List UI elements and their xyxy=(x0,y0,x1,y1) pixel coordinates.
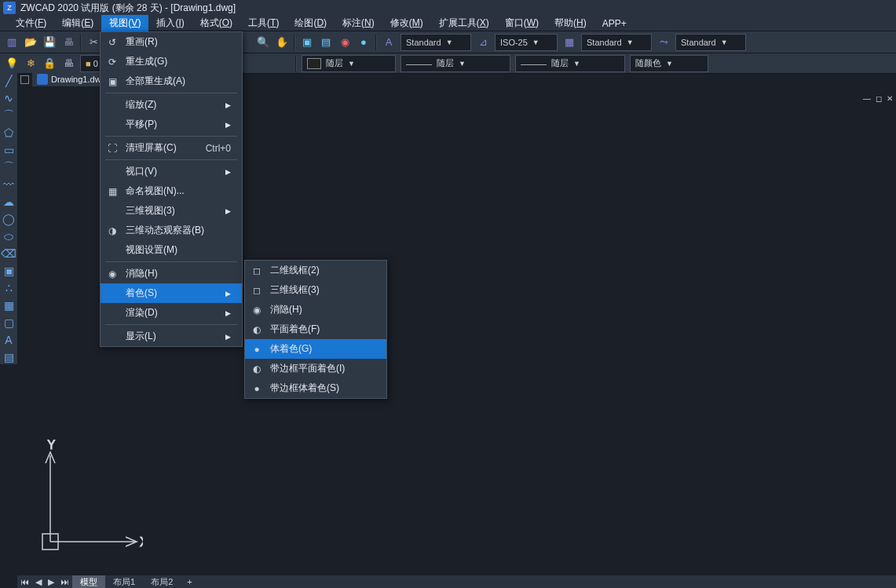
erase-icon[interactable]: ⌫ xyxy=(2,247,16,261)
layout-nav-last-icon[interactable]: ⏭ xyxy=(57,577,72,586)
view-menu-item[interactable]: ↺重画(R) xyxy=(101,32,242,52)
shade-menu-item[interactable]: ◐带边框平面着色(I) xyxy=(245,359,386,378)
tool-icon-2[interactable]: ▤ xyxy=(317,34,335,51)
mleaderstyle-icon[interactable]: ⤳ xyxy=(655,34,672,51)
menu-N[interactable]: 标注(N) xyxy=(335,15,382,31)
view-menu-item[interactable]: ⛶清理屏幕(C)Ctrl+0 xyxy=(101,138,242,158)
spline-icon[interactable]: 〰 xyxy=(2,177,16,192)
menu-E[interactable]: 编辑(E) xyxy=(54,15,101,31)
mdi-minimize-icon[interactable]: — xyxy=(863,94,871,103)
shade-menu-item[interactable]: ◻三维线框(3) xyxy=(245,280,386,300)
rectangle-icon[interactable]: ▭ xyxy=(2,143,16,157)
pan-icon[interactable]: ✋ xyxy=(273,34,291,51)
menu-X[interactable]: 扩展工具(X) xyxy=(431,15,497,31)
hatch-icon[interactable]: ▦ xyxy=(2,298,16,312)
open-icon[interactable]: 📂 xyxy=(22,34,39,51)
view-menu-item[interactable]: ▣全部重生成(A) xyxy=(101,71,242,91)
layout-tab-2[interactable]: 布局2 xyxy=(143,575,181,589)
linetype-combo[interactable]: ———随层▼ xyxy=(400,55,510,72)
document-tab[interactable]: Drawing1.dwg xyxy=(32,72,111,86)
textstyle-icon[interactable]: A xyxy=(380,34,397,51)
layout-nav-prev-icon[interactable]: ◀ xyxy=(32,577,45,587)
layout-tab-1[interactable]: 布局1 xyxy=(105,575,143,589)
view-menu-item[interactable]: 三维视图(3)▶ xyxy=(101,201,242,221)
menu-O[interactable]: 格式(O) xyxy=(192,15,240,31)
mdi-close-icon[interactable]: ✕ xyxy=(887,94,893,103)
mleader-style-combo[interactable]: Standard▼ xyxy=(675,34,746,51)
line-icon[interactable]: ╱ xyxy=(2,74,16,88)
arc-icon[interactable]: ⌒ xyxy=(2,108,16,122)
view-menu-item[interactable]: 视图设置(M) xyxy=(101,240,242,260)
table-style-combo[interactable]: Standard▼ xyxy=(581,34,652,51)
menu-APP+[interactable]: APP+ xyxy=(594,16,635,31)
text-icon[interactable]: A xyxy=(2,333,16,347)
layer-btn-1[interactable]: 💡 xyxy=(3,55,20,72)
polyline-icon[interactable]: ∿ xyxy=(2,91,16,105)
menu-item-label: 重画(R) xyxy=(126,35,231,49)
layer-btn-3[interactable]: 🔒 xyxy=(41,55,58,72)
menu-D[interactable]: 绘图(D) xyxy=(287,15,335,31)
menu-W[interactable]: 窗口(W) xyxy=(497,15,547,31)
save-icon[interactable]: 💾 xyxy=(41,34,58,51)
color-combo[interactable]: 随层▼ xyxy=(302,55,396,72)
view-menu-item[interactable]: 渲染(D)▶ xyxy=(101,303,242,323)
menu-M[interactable]: 修改(M) xyxy=(382,15,431,31)
view-menu-item[interactable]: 着色(S)▶ xyxy=(101,283,242,303)
table-icon[interactable]: ▤ xyxy=(2,350,16,364)
ellipse-icon[interactable]: ⬭ xyxy=(2,229,16,243)
menu-F[interactable]: 文件(F) xyxy=(8,15,54,31)
menu-item-icon: ● xyxy=(250,383,264,394)
tablestyle-icon[interactable]: ▦ xyxy=(561,34,578,51)
tool-icon-3[interactable]: ◉ xyxy=(336,34,353,51)
layout-nav-next-icon[interactable]: ▶ xyxy=(45,577,57,587)
circle-icon[interactable]: ◯ xyxy=(2,212,16,226)
doc-pin[interactable] xyxy=(20,75,29,84)
point-icon[interactable]: ∴ xyxy=(2,281,16,295)
text-style-combo[interactable]: Standard▼ xyxy=(400,34,471,51)
view-menu-item[interactable]: 缩放(Z)▶ xyxy=(101,95,242,115)
menu-T[interactable]: 工具(T) xyxy=(240,15,287,31)
shade-menu-item[interactable]: ◻二维线框(2) xyxy=(245,261,386,280)
shade-menu-item[interactable]: ●带边框体着色(S) xyxy=(245,378,386,398)
layer-btn-2[interactable]: ❄ xyxy=(22,55,39,72)
submenu-arrow-icon: ▶ xyxy=(225,207,231,215)
arc2-icon[interactable]: ⌒ xyxy=(2,160,16,174)
region-icon[interactable]: ▢ xyxy=(2,316,16,330)
menu-I[interactable]: 插入(I) xyxy=(148,15,192,31)
dimstyle-icon[interactable]: ⊿ xyxy=(474,34,492,51)
tool-icon-1[interactable]: ▣ xyxy=(298,34,316,51)
layout-tab-model[interactable]: 模型 xyxy=(72,575,105,589)
menu-item-label: 渲染(D) xyxy=(126,306,219,320)
menu-item-label: 带边框体着色(S) xyxy=(270,382,375,395)
view-menu-item[interactable]: ◉消隐(H) xyxy=(101,264,242,283)
print-icon[interactable]: 🖶 xyxy=(60,34,77,51)
shade-menu-item[interactable]: ◉消隐(H) xyxy=(245,300,386,320)
view-menu-item[interactable]: ⟳重生成(G) xyxy=(101,52,242,71)
new-icon[interactable]: ▥ xyxy=(3,34,20,51)
menu-item-label: 平移(P) xyxy=(126,118,219,131)
view-menu-item[interactable]: ◑三维动态观察器(B) xyxy=(101,221,242,240)
layout-nav-first-icon[interactable]: ⏮ xyxy=(17,577,32,586)
cloud-icon[interactable]: ☁ xyxy=(2,195,16,209)
shade-menu-item[interactable]: ◐平面着色(F) xyxy=(245,320,386,339)
plotstyle-combo[interactable]: 随颜色▼ xyxy=(630,55,708,72)
view-menu-item[interactable]: 视口(V)▶ xyxy=(101,162,242,181)
menu-item-label: 带边框平面着色(I) xyxy=(270,362,375,375)
lineweight-combo[interactable]: ———随层▼ xyxy=(515,55,625,72)
insert-icon[interactable]: ▣ xyxy=(2,264,16,278)
shade-menu-item[interactable]: ●体着色(G) xyxy=(245,339,386,359)
menu-H[interactable]: 帮助(H) xyxy=(547,15,594,31)
tool-icon-4[interactable]: ● xyxy=(355,34,372,51)
menu-item-icon: ◻ xyxy=(250,265,264,276)
view-menu-item[interactable]: ▦命名视图(N)... xyxy=(101,181,242,201)
polygon-icon[interactable]: ⬠ xyxy=(2,126,16,140)
layout-add-icon[interactable]: + xyxy=(181,577,198,586)
menu-V[interactable]: 视图(V) xyxy=(101,15,148,31)
submenu-arrow-icon: ▶ xyxy=(225,101,231,109)
layer-btn-4[interactable]: 🖶 xyxy=(60,55,77,72)
view-menu-item[interactable]: 显示(L)▶ xyxy=(101,327,242,346)
zoom-icon[interactable]: 🔍 xyxy=(254,34,272,51)
mdi-restore-icon[interactable]: ◻ xyxy=(876,94,882,103)
dim-style-combo[interactable]: ISO-25▼ xyxy=(495,34,558,51)
view-menu-item[interactable]: 平移(P)▶ xyxy=(101,115,242,134)
